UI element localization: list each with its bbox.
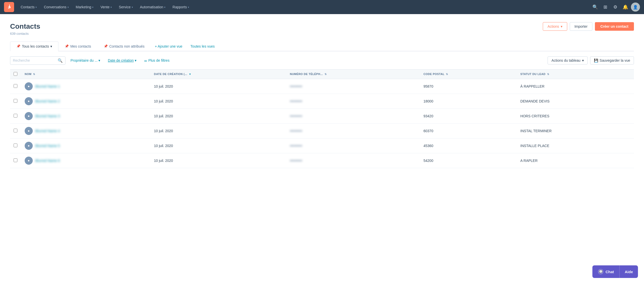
avatar[interactable]: 👤 [631, 3, 640, 12]
nav-marketing[interactable]: Marketing ▾ [72, 0, 97, 14]
col-nom[interactable]: NOM ⇅ [21, 69, 151, 79]
chevron-down-icon: ▾ [188, 6, 189, 9]
date-filter[interactable]: Date de création ▾ [105, 57, 139, 64]
row-checkbox-cell [10, 123, 21, 138]
nav-service[interactable]: Service ▾ [115, 0, 136, 14]
row-checkbox[interactable] [14, 129, 17, 132]
page-header: Contacts 639 contacts Actions ▾ Importer… [10, 22, 634, 36]
row-checkbox-cell [10, 94, 21, 109]
search-icon[interactable]: 🔍 [591, 3, 600, 12]
row-date: 10 juil. 2020 [151, 138, 287, 153]
contact-name[interactable]: Blurred Name 5 [35, 144, 60, 148]
save-view-button[interactable]: 💾 Sauvegarder la vue [590, 56, 634, 64]
row-postal: 45360 [420, 138, 517, 153]
pin-icon: 📌 [16, 44, 20, 48]
contact-avatar: ● [25, 112, 33, 120]
navbar: Contacts ▾ Conversations ▾ Marketing ▾ V… [0, 0, 644, 14]
col-postal[interactable]: CODE POSTAL ⇅ [420, 69, 517, 79]
nav-vente[interactable]: Vente ▾ [97, 0, 115, 14]
all-views-button[interactable]: Toutes les vues [186, 42, 219, 51]
page-title-block: Contacts 639 contacts [10, 22, 40, 36]
more-filters-button[interactable]: ⚌ Plus de filtres [141, 57, 172, 64]
chevron-down-icon: ▾ [50, 44, 52, 48]
chevron-down-icon: ▾ [132, 6, 133, 9]
col-status[interactable]: STATUT DU LEAD ⇅ [517, 69, 634, 79]
row-name-cell: ● Blurred Name 2 [21, 94, 151, 109]
row-phone: •••••••••• [286, 109, 420, 123]
tab-contacts-non-attribues[interactable]: 📌 Contacts non attribués [97, 42, 151, 51]
chevron-down-icon: ▾ [582, 58, 584, 62]
notifications-icon[interactable]: 🔔 [621, 3, 630, 12]
col-date[interactable]: DATE DE CRÉATION (... ▼ [151, 69, 287, 79]
hubspot-logo[interactable] [4, 2, 14, 12]
col-phone[interactable]: NUMÉRO DE TÉLÉPH... ⇅ [286, 69, 420, 79]
chevron-down-icon: ▾ [67, 6, 69, 9]
marketplace-icon[interactable]: ⊞ [601, 3, 610, 12]
chevron-down-icon: ▾ [561, 24, 562, 28]
contact-avatar: ● [25, 82, 33, 90]
row-postal: 18000 [420, 94, 517, 109]
row-checkbox-cell [10, 79, 21, 94]
nav-contacts[interactable]: Contacts ▾ [17, 0, 40, 14]
row-checkbox-cell [10, 138, 21, 153]
row-checkbox[interactable] [14, 84, 17, 88]
table-actions-button[interactable]: Actions du tableau ▾ [548, 56, 587, 64]
nav-right: 🔍 ⊞ ⚙ 🔔 👤 [591, 3, 640, 12]
search-input[interactable] [13, 58, 56, 62]
row-checkbox[interactable] [14, 158, 17, 162]
page-title: Contacts [10, 22, 40, 31]
help-button[interactable]: Aide [619, 265, 638, 278]
actions-button[interactable]: Actions ▾ [543, 22, 567, 31]
chat-icon: 💬 [598, 269, 603, 274]
tab-mes-contacts[interactable]: 📌 Mes contacts [58, 42, 97, 51]
table-header: NOM ⇅ DATE DE CRÉATION (... ▼ NUMÉRO DE … [10, 69, 634, 79]
pin-icon: 📌 [104, 44, 108, 48]
search-icon: 🔍 [58, 58, 63, 63]
select-all-checkbox[interactable] [14, 72, 17, 76]
search-box[interactable]: 🔍 [10, 56, 65, 65]
contact-name[interactable]: Blurred Name 3 [35, 114, 60, 118]
contact-name[interactable]: Blurred Name 6 [35, 159, 60, 163]
settings-icon[interactable]: ⚙ [611, 3, 620, 12]
nav-automatisation[interactable]: Automatisation ▾ [136, 0, 169, 14]
contact-name[interactable]: Blurred Name 4 [35, 129, 60, 133]
table-row: ● Blurred Name 4 10 juil. 2020 •••••••••… [10, 123, 634, 138]
owner-filter[interactable]: Propriétaire du ... ▾ [68, 57, 103, 64]
contact-avatar: ● [25, 97, 33, 105]
row-status: À RAPPELLER [517, 79, 634, 94]
chevron-down-icon: ▾ [164, 6, 165, 9]
filter-bar: 🔍 Propriétaire du ... ▾ Date de création… [10, 56, 634, 65]
add-view-button[interactable]: + Ajouter une vue [151, 42, 186, 51]
chevron-down-icon: ▾ [35, 6, 37, 9]
row-phone: •••••••••• [286, 79, 420, 94]
contact-name[interactable]: Blurred Name 2 [35, 99, 60, 103]
row-date: 10 juil. 2020 [151, 123, 287, 138]
sort-active-icon: ▼ [189, 73, 191, 76]
row-phone: •••••••••• [286, 153, 420, 168]
contact-name[interactable]: Blurred Name 1 [35, 84, 60, 88]
row-name-cell: ● Blurred Name 1 [21, 79, 151, 94]
tabs-bar: 📌 Tous les contacts ▾ 📌 Mes contacts 📌 C… [10, 42, 634, 51]
row-checkbox[interactable] [14, 99, 17, 103]
row-name-cell: ● Blurred Name 4 [21, 123, 151, 138]
chat-widget: 💬 Chat Aide [592, 265, 638, 278]
chat-button[interactable]: 💬 Chat [592, 265, 619, 278]
tab-tous-les-contacts[interactable]: 📌 Tous les contacts ▾ [10, 42, 58, 51]
pin-icon: 📌 [65, 44, 69, 48]
row-checkbox-cell [10, 109, 21, 123]
nav-rapports[interactable]: Rapports ▾ [169, 0, 193, 14]
nav-conversations[interactable]: Conversations ▾ [40, 0, 72, 14]
row-checkbox[interactable] [14, 144, 17, 147]
main-content: Contacts 639 contacts Actions ▾ Importer… [0, 14, 644, 284]
table-row: ● Blurred Name 1 10 juil. 2020 •••••••••… [10, 79, 634, 94]
import-button[interactable]: Importer [570, 22, 592, 31]
create-contact-button[interactable]: Créer un contact [595, 22, 634, 31]
select-all-header [10, 69, 21, 79]
chevron-down-icon: ▾ [98, 58, 100, 62]
table-row: ● Blurred Name 2 10 juil. 2020 •••••••••… [10, 94, 634, 109]
row-checkbox-cell [10, 153, 21, 168]
chevron-down-icon: ▾ [92, 6, 93, 9]
row-postal: 60370 [420, 123, 517, 138]
row-checkbox[interactable] [14, 114, 17, 118]
chevron-down-icon: ▾ [111, 6, 112, 9]
